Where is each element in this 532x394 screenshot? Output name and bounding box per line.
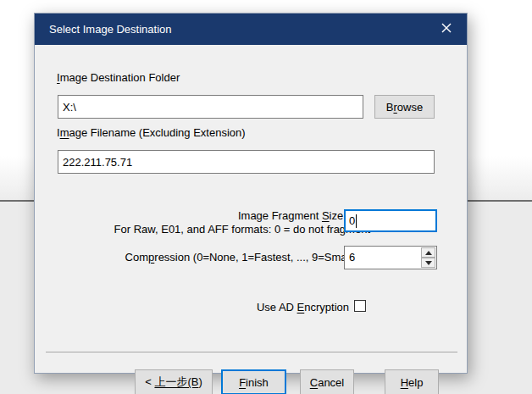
spinner-down-icon	[425, 261, 432, 265]
browse-button[interactable]: Browse	[374, 95, 435, 119]
dialog-title: Select Image Destination	[49, 23, 172, 36]
compression-label-text: Compression (0=None, 1=Fastest, ..., 9=S…	[125, 251, 370, 264]
fragment-size-label: Image Fragment Size (MB) For Raw, E01, a…	[114, 209, 370, 236]
encryption-label-rest: ncryption	[304, 301, 349, 314]
encryption-label: Use AD Encryption	[257, 301, 349, 314]
spinner-up-icon	[425, 251, 432, 255]
dialog-body: Image Destination Folder Browse Image Fi…	[35, 45, 467, 375]
fragment-size-label-line1: Image Fragment Size (MB)	[114, 209, 370, 223]
close-icon	[441, 23, 452, 36]
fragment-size-input[interactable]: 0	[344, 209, 437, 232]
fragment-size-label-line2: For Raw, E01, and AFF formats: 0 = do no…	[114, 223, 370, 236]
screen: Select Image Destination Image Destinati…	[0, 0, 532, 394]
destination-folder-label: Image Destination Folder	[57, 71, 180, 84]
close-button[interactable]	[431, 14, 462, 45]
finish-button[interactable]: Finish	[221, 369, 286, 394]
browse-button-label: Browse	[386, 101, 423, 114]
compression-input[interactable]: 6	[344, 246, 437, 269]
destination-folder-input[interactable]	[58, 95, 363, 119]
compression-spinner	[421, 247, 435, 268]
text-cursor	[356, 214, 357, 228]
encryption-label-pre: Use AD	[257, 301, 297, 314]
encryption-label-accel: E	[297, 301, 305, 314]
destination-folder-label-rest: mage Destination Folder	[60, 71, 180, 84]
compression-label: Compression (0=None, 1=Fastest, ..., 9=S…	[125, 251, 370, 264]
spinner-down-button[interactable]	[421, 258, 435, 268]
back-button-label: < 上一步(B)	[145, 375, 202, 390]
select-image-destination-dialog: Select Image Destination Image Destinati…	[34, 13, 468, 374]
finish-button-label: Finish	[239, 376, 269, 389]
fragment-size-value: 0	[349, 214, 355, 227]
filename-input[interactable]	[58, 150, 435, 174]
help-button-label: Help	[401, 376, 424, 389]
back-button[interactable]: < 上一步(B)	[135, 369, 213, 394]
cancel-button[interactable]: Cancel	[300, 369, 354, 394]
button-separator	[46, 352, 457, 352]
compression-value: 6	[349, 251, 355, 264]
dialog-titlebar[interactable]: Select Image Destination	[35, 14, 467, 45]
help-button[interactable]: Help	[385, 369, 439, 394]
filename-label: Image Filename (Excluding Extension)	[57, 126, 246, 139]
encryption-checkbox[interactable]	[354, 300, 366, 312]
filename-label-rest: age Filename (Excluding Extension)	[69, 126, 245, 139]
cancel-button-label: Cancel	[310, 376, 344, 389]
spinner-up-button[interactable]	[421, 247, 435, 258]
filename-label-accel: m	[60, 126, 69, 139]
